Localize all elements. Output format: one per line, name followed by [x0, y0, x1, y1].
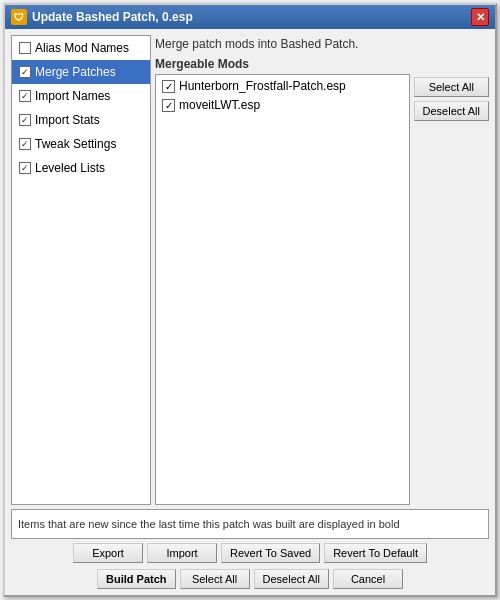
window-title: Update Bashed Patch, 0.esp — [32, 10, 193, 24]
build-patch-button[interactable]: Build Patch — [97, 569, 176, 589]
title-bar: 🛡 Update Bashed Patch, 0.esp ✕ — [5, 5, 495, 29]
mods-label: Mergeable Mods — [155, 57, 410, 71]
bottom-row2: Build Patch Select All Deselect All Canc… — [11, 569, 489, 589]
export-button[interactable]: Export — [73, 543, 143, 563]
cancel-button[interactable]: Cancel — [333, 569, 403, 589]
bottom-select-all-button[interactable]: Select All — [180, 569, 250, 589]
window-icon: 🛡 — [11, 9, 27, 25]
description-text: Merge patch mods into Bashed Patch. — [155, 35, 489, 53]
checkbox-leveled-lists[interactable]: ✓ — [19, 162, 31, 174]
bottom-deselect-all-button[interactable]: Deselect All — [254, 569, 329, 589]
right-content: Mergeable Mods ✓ Hunterborn_Frostfall-Pa… — [155, 57, 489, 505]
mod-item-1[interactable]: ✓ moveitLWT.esp — [158, 96, 407, 114]
status-bar: Items that are new since the last time t… — [11, 509, 489, 539]
checkbox-merge-patches[interactable]: ✓ — [19, 66, 31, 78]
window-content: Alias Mod Names ✓ Merge Patches ✓ Import… — [5, 29, 495, 595]
sidebar-item-alias-mod-names[interactable]: Alias Mod Names — [12, 36, 150, 60]
side-buttons: Select All Deselect All — [414, 57, 489, 505]
sidebar-item-import-names[interactable]: ✓ Import Names — [12, 84, 150, 108]
checkbox-tweak-settings[interactable]: ✓ — [19, 138, 31, 150]
sidebar-label-import-stats: Import Stats — [35, 113, 100, 127]
import-button[interactable]: Import — [147, 543, 217, 563]
mods-area: Mergeable Mods ✓ Hunterborn_Frostfall-Pa… — [155, 57, 410, 505]
mod-item-0[interactable]: ✓ Hunterborn_Frostfall-Patch.esp — [158, 77, 407, 95]
sidebar-label-tweak-settings: Tweak Settings — [35, 137, 116, 151]
close-button[interactable]: ✕ — [471, 8, 489, 26]
checkbox-import-stats[interactable]: ✓ — [19, 114, 31, 126]
sidebar-label-leveled-lists: Leveled Lists — [35, 161, 105, 175]
mod-name-1: moveitLWT.esp — [179, 98, 260, 112]
mod-name-0: Hunterborn_Frostfall-Patch.esp — [179, 79, 346, 93]
sidebar-item-import-stats[interactable]: ✓ Import Stats — [12, 108, 150, 132]
main-window: 🛡 Update Bashed Patch, 0.esp ✕ Alias Mod… — [3, 3, 497, 597]
sidebar-label-alias-mod-names: Alias Mod Names — [35, 41, 129, 55]
deselect-all-button[interactable]: Deselect All — [414, 101, 489, 121]
bottom-row1: Export Import Revert To Saved Revert To … — [11, 543, 489, 563]
checkbox-alias-mod-names[interactable] — [19, 42, 31, 54]
main-area: Alias Mod Names ✓ Merge Patches ✓ Import… — [11, 35, 489, 505]
select-all-button[interactable]: Select All — [414, 77, 489, 97]
revert-to-saved-button[interactable]: Revert To Saved — [221, 543, 320, 563]
mod-checkbox-0[interactable]: ✓ — [162, 80, 175, 93]
sidebar-item-leveled-lists[interactable]: ✓ Leveled Lists — [12, 156, 150, 180]
sidebar-label-merge-patches: Merge Patches — [35, 65, 116, 79]
sidebar-label-import-names: Import Names — [35, 89, 110, 103]
left-panel: Alias Mod Names ✓ Merge Patches ✓ Import… — [11, 35, 151, 505]
mods-list: ✓ Hunterborn_Frostfall-Patch.esp ✓ movei… — [155, 74, 410, 505]
mod-checkbox-1[interactable]: ✓ — [162, 99, 175, 112]
sidebar-item-merge-patches[interactable]: ✓ Merge Patches — [12, 60, 150, 84]
right-panel: Merge patch mods into Bashed Patch. Merg… — [155, 35, 489, 505]
sidebar-item-tweak-settings[interactable]: ✓ Tweak Settings — [12, 132, 150, 156]
revert-to-default-button[interactable]: Revert To Default — [324, 543, 427, 563]
title-bar-left: 🛡 Update Bashed Patch, 0.esp — [11, 9, 193, 25]
status-text: Items that are new since the last time t… — [18, 518, 400, 530]
checkbox-import-names[interactable]: ✓ — [19, 90, 31, 102]
